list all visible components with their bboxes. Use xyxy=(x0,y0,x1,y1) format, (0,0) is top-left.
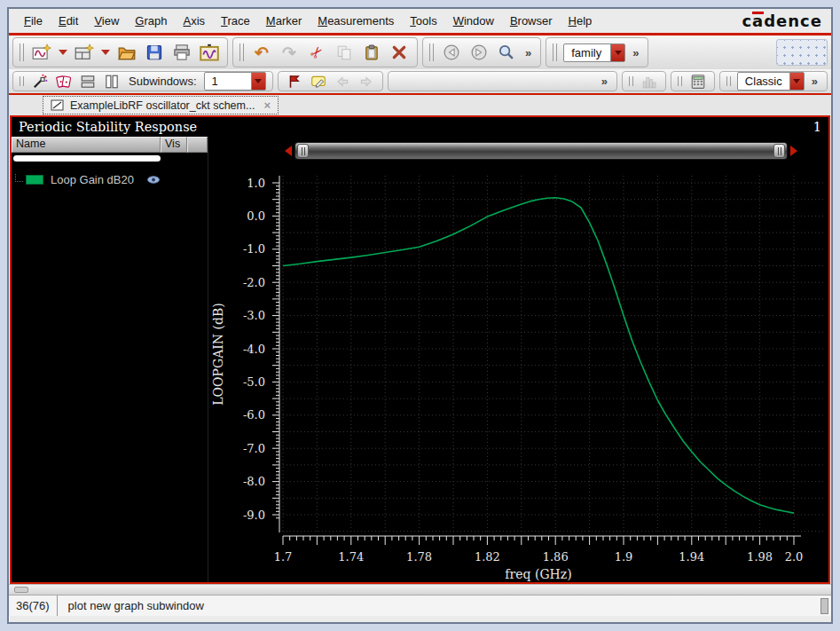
menu-help[interactable]: Help xyxy=(562,12,599,30)
paste-button[interactable] xyxy=(360,41,383,64)
menu-browser[interactable]: Browser xyxy=(504,12,559,30)
forward-button[interactable] xyxy=(467,41,491,64)
svg-text:LOOPGAIN (dB): LOOPGAIN (dB) xyxy=(211,303,225,405)
navigation-tool-group: » xyxy=(422,37,541,67)
annotation-button[interactable] xyxy=(309,72,328,91)
slider-right-handle[interactable] xyxy=(773,144,785,158)
spacer-group: » xyxy=(388,71,617,91)
toolbar-grip[interactable] xyxy=(429,43,434,61)
magic-wand-icon xyxy=(32,74,48,90)
menu-edit[interactable]: Edit xyxy=(52,12,84,30)
graph-window: Periodic Stability Response 1 Name Vis L… xyxy=(10,115,830,584)
horizontal-scrollbar[interactable] xyxy=(9,584,831,595)
svg-text:-3.0: -3.0 xyxy=(243,309,265,322)
menu-window[interactable]: Window xyxy=(447,12,500,30)
style-combobox[interactable]: Classic xyxy=(737,72,805,91)
next-button[interactable] xyxy=(357,72,376,91)
flag-button[interactable] xyxy=(285,72,304,91)
column-header-name[interactable]: Name xyxy=(12,137,161,153)
subwindows-combobox[interactable]: 1 xyxy=(204,72,266,91)
subwindows-combo-button[interactable] xyxy=(251,73,265,90)
toolbar-overflow-chevron[interactable]: » xyxy=(522,46,534,59)
previous-arrow-icon xyxy=(334,74,350,90)
histogram-button[interactable] xyxy=(640,72,659,91)
style-combo-button[interactable] xyxy=(789,73,804,90)
slider-bar[interactable] xyxy=(294,142,788,160)
trace-color-swatch[interactable] xyxy=(26,175,43,185)
new-graph-dropdown-arrow[interactable] xyxy=(59,50,67,55)
new-graph-window-button[interactable] xyxy=(30,41,53,64)
new-subwindow-button[interactable] xyxy=(73,41,96,64)
trace-label[interactable]: Loop Gain dB20 xyxy=(51,173,134,186)
toolbar-overflow-chevron[interactable]: » xyxy=(599,75,610,88)
open-button[interactable] xyxy=(115,41,138,64)
toolbar-overflow-chevron[interactable]: » xyxy=(630,46,641,59)
menu-measurements[interactable]: Measurements xyxy=(311,12,400,30)
column-header-extra[interactable] xyxy=(187,137,208,153)
new-subwindow-dropdown-arrow[interactable] xyxy=(101,50,110,55)
copy-button[interactable] xyxy=(333,41,356,64)
delete-button[interactable] xyxy=(388,41,411,64)
flag-icon xyxy=(287,74,302,90)
tab-close-icon[interactable]: × xyxy=(260,99,271,112)
undo-button[interactable]: ↶ xyxy=(250,41,273,64)
menu-tools[interactable]: Tools xyxy=(404,12,443,30)
toolbar-grip[interactable] xyxy=(726,76,731,87)
paste-icon xyxy=(364,44,380,60)
toolbar-grip[interactable] xyxy=(629,76,633,87)
new-graph-icon xyxy=(32,43,51,61)
menu-axis[interactable]: Axis xyxy=(177,12,211,30)
tab-bar: ExampleLibRF oscillator_ckt schem... × xyxy=(9,93,831,115)
toolbar-grip[interactable] xyxy=(20,76,24,87)
slider-left-handle[interactable] xyxy=(297,144,309,158)
back-icon xyxy=(443,43,460,61)
toolbar-grip[interactable] xyxy=(678,76,682,87)
tree-elbow-icon xyxy=(15,174,23,182)
menu-trace[interactable]: Trace xyxy=(215,12,256,30)
menu-graph[interactable]: Graph xyxy=(129,12,173,30)
back-button[interactable] xyxy=(440,41,463,64)
status-resize-grip[interactable] xyxy=(820,598,828,614)
trace-row[interactable]: Loop Gain dB20 xyxy=(12,170,208,188)
print-button[interactable] xyxy=(170,41,193,64)
menu-view[interactable]: View xyxy=(88,12,125,30)
slider-right-arrow-icon[interactable] xyxy=(790,146,797,156)
panel-scrollbar[interactable] xyxy=(13,155,161,162)
slider-left-arrow-icon[interactable] xyxy=(285,146,292,156)
family-combobox[interactable]: family xyxy=(563,43,625,62)
x-range-slider[interactable] xyxy=(285,141,797,161)
svg-text:0.0: 0.0 xyxy=(247,209,265,223)
subwindow-number: 1 xyxy=(813,120,821,134)
tab-oscillator-ckt[interactable]: ExampleLibRF oscillator_ckt schem... × xyxy=(43,96,279,114)
cut-button[interactable]: ✂ xyxy=(301,36,334,69)
annotation-tool-group xyxy=(278,71,383,91)
family-combo-button[interactable] xyxy=(610,44,624,61)
save-button[interactable] xyxy=(143,41,166,64)
toolbar-grip[interactable] xyxy=(239,43,244,61)
toolbar-grip[interactable] xyxy=(553,43,557,61)
plot-canvas[interactable]: 1.00.0-1.0-2.0-3.0-4.0-5.0-6.0-7.0-8.0-9… xyxy=(208,162,828,582)
svg-text:1.7: 1.7 xyxy=(274,550,293,564)
menu-file[interactable]: File xyxy=(18,12,49,30)
split-vertical-button[interactable] xyxy=(102,72,122,91)
split-horizontal-button[interactable] xyxy=(78,72,98,91)
show-waveform-button[interactable] xyxy=(198,41,221,64)
column-header-vis[interactable]: Vis xyxy=(161,137,187,153)
wand-button[interactable] xyxy=(30,72,50,91)
svg-text:-2.0: -2.0 xyxy=(243,276,265,289)
visibility-eye-icon[interactable] xyxy=(146,175,161,185)
zoom-fit-button[interactable] xyxy=(495,41,518,64)
calculator-button[interactable] xyxy=(688,72,708,91)
next-arrow-icon xyxy=(358,74,374,90)
redo-button[interactable]: ↷ xyxy=(278,41,301,64)
subwindows-combo-value: 1 xyxy=(205,75,251,88)
previous-button[interactable] xyxy=(333,72,352,91)
menu-marker[interactable]: Marker xyxy=(260,12,308,30)
toolbar-grip[interactable] xyxy=(20,43,24,61)
sub-toolbar: Subwindows: 1 xyxy=(9,69,831,93)
toolbar-overflow-chevron[interactable]: » xyxy=(809,75,820,88)
calculator-icon xyxy=(690,74,706,90)
cards-button[interactable] xyxy=(54,72,74,91)
scrollbar-grip[interactable] xyxy=(14,587,28,593)
plot-area[interactable]: 1.00.0-1.0-2.0-3.0-4.0-5.0-6.0-7.0-8.0-9… xyxy=(208,137,828,582)
